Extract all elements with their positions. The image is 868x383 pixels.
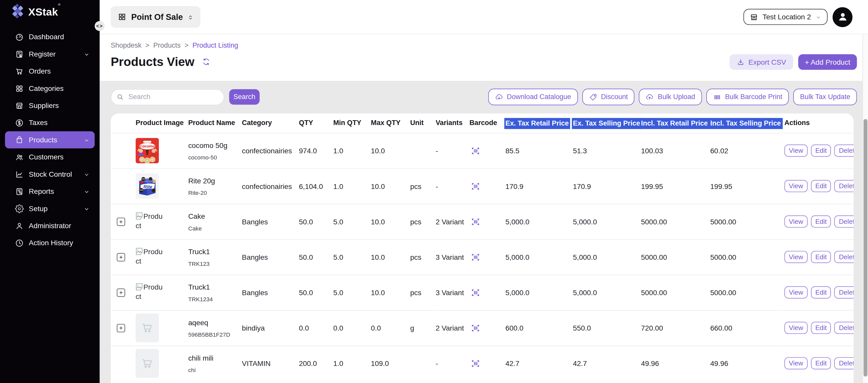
column-header-max_qty[interactable]: Max QTY xyxy=(371,114,410,133)
cell-incl_tax_retail: 720.00 xyxy=(641,310,710,346)
sidebar-collapse-toggle[interactable]: <> xyxy=(95,21,104,31)
products-table: Product ImageProduct NameCategoryQTYMin … xyxy=(111,114,854,381)
cell-barcode xyxy=(469,168,505,204)
column-header-ex_tax_retail[interactable]: Ex. Tax Retail Price xyxy=(505,114,573,133)
sidebar-item-orders[interactable]: Orders xyxy=(5,63,95,80)
column-header-barcode[interactable]: Barcode xyxy=(469,114,505,133)
edit-button[interactable]: Edit xyxy=(811,286,831,298)
column-header-variants[interactable]: Variants xyxy=(436,114,469,133)
view-button[interactable]: View xyxy=(784,357,808,370)
sidebar-item-reports[interactable]: Reports xyxy=(5,183,95,200)
sidebar-item-action-history[interactable]: Action History xyxy=(5,234,95,252)
breadcrumb-separator: > xyxy=(185,41,189,49)
breadcrumb-shopdesk[interactable]: Shopdesk xyxy=(111,41,142,49)
search-button[interactable]: Search xyxy=(229,89,260,105)
breadcrumb-products[interactable]: Products xyxy=(153,41,181,49)
column-header-incl_tax_selling[interactable]: Incl. Tax Selling Price xyxy=(710,114,780,133)
edit-button[interactable]: Edit xyxy=(811,357,831,370)
delete-button[interactable]: Delete xyxy=(834,251,854,263)
product-sku: TRK123 xyxy=(188,260,242,267)
edit-button[interactable]: Edit xyxy=(811,251,831,263)
user-avatar[interactable] xyxy=(833,7,852,27)
column-header-incl_tax_retail[interactable]: Incl. Tax Retail Price xyxy=(641,114,710,133)
discount-button[interactable]: Discount xyxy=(582,89,634,105)
barcode-icon-button[interactable] xyxy=(469,358,482,369)
sidebar-item-setup[interactable]: Setup xyxy=(5,200,95,217)
sidebar-item-register[interactable]: Register xyxy=(5,45,95,62)
column-header-min_qty[interactable]: Min QTY xyxy=(333,114,371,133)
view-button[interactable]: View xyxy=(784,322,808,334)
vertical-scrollbar[interactable] xyxy=(862,35,868,383)
grid-icon xyxy=(15,84,24,93)
barcode-icon-button[interactable] xyxy=(469,216,482,227)
barcode-icon-button[interactable] xyxy=(469,145,482,156)
cell-max_qty: 10.0 xyxy=(371,168,410,204)
broken-product-image: Product xyxy=(136,247,164,266)
column-header-ex_tax_selling[interactable]: Ex. Tax Selling Price xyxy=(573,114,641,133)
sidebar-item-suppliers[interactable]: Suppliers xyxy=(5,97,95,114)
view-button[interactable]: View xyxy=(784,180,808,192)
main-area: Point Of Sale Test Location 2 xyxy=(99,0,868,383)
scrollbar-thumb[interactable] xyxy=(864,119,867,377)
barcode-icon-button[interactable] xyxy=(469,323,482,333)
trend-icon xyxy=(15,170,24,179)
view-button[interactable]: View xyxy=(784,286,808,298)
column-header-category[interactable]: Category xyxy=(242,114,299,133)
column-header-qty[interactable]: QTY xyxy=(299,114,333,133)
bulk-tax-update-button[interactable]: Bulk Tax Update xyxy=(794,89,857,105)
sidebar-item-administrator[interactable]: Administrator xyxy=(5,217,95,234)
expand-row-button[interactable]: + xyxy=(117,217,125,226)
barcode-icon-button[interactable] xyxy=(469,181,482,191)
cell-incl_tax_selling: 660.00 xyxy=(710,310,780,346)
expand-row-button[interactable]: + xyxy=(117,253,125,261)
view-button[interactable]: View xyxy=(784,251,808,263)
download-catalogue-button[interactable]: Download Catalogue xyxy=(488,89,578,105)
cell-min_qty: 5.0 xyxy=(333,204,371,239)
export-csv-button[interactable]: Export CSV xyxy=(730,54,793,70)
expand-row-button[interactable]: + xyxy=(117,324,125,332)
breadcrumb-product-listing[interactable]: Product Listing xyxy=(192,41,238,49)
column-header-actions[interactable]: Actions xyxy=(780,114,854,133)
delete-button[interactable]: Delete xyxy=(834,286,854,298)
view-button[interactable]: View xyxy=(784,215,808,228)
sidebar-item-taxes[interactable]: Taxes xyxy=(5,114,95,131)
location-selector[interactable]: Test Location 2 xyxy=(743,9,828,25)
sidebar-item-label: Register xyxy=(29,50,56,58)
refresh-button[interactable] xyxy=(202,58,211,66)
cell-variants: - xyxy=(436,133,469,168)
column-header-image[interactable]: Product Image xyxy=(136,114,188,133)
bulk-barcode-print-button[interactable]: Bulk Barcode Print xyxy=(706,89,789,105)
delete-button[interactable]: Delete xyxy=(834,215,854,228)
bulk-upload-button[interactable]: Bulk Upload xyxy=(639,89,702,105)
expand-row-button[interactable]: + xyxy=(117,288,125,297)
edit-button[interactable]: Edit xyxy=(811,215,831,228)
sidebar-item-stock-control[interactable]: Stock Control xyxy=(5,166,95,183)
barcode-scan-icon xyxy=(469,358,482,369)
sidebar-item-products[interactable]: Products xyxy=(5,131,95,148)
add-product-button[interactable]: + Add Product xyxy=(798,54,857,70)
column-header-name[interactable]: Product Name xyxy=(188,114,242,133)
page-title: Products View xyxy=(111,55,194,69)
edit-button[interactable]: Edit xyxy=(811,180,831,192)
barcode-icon-button[interactable] xyxy=(469,252,482,262)
tag-icon xyxy=(589,93,597,101)
delete-button[interactable]: Delete xyxy=(834,145,854,157)
cell-barcode xyxy=(469,275,505,310)
product-name: aqeeq xyxy=(188,318,242,326)
product-sku: cocomo-50 xyxy=(188,153,242,160)
edit-button[interactable]: Edit xyxy=(811,322,831,334)
view-button[interactable]: View xyxy=(784,145,808,157)
delete-button[interactable]: Delete xyxy=(834,180,854,192)
app-switcher-button[interactable]: Point Of Sale xyxy=(111,6,200,28)
delete-button[interactable]: Delete xyxy=(834,357,854,370)
discount-label: Discount xyxy=(601,93,628,100)
sidebar-item-dashboard[interactable]: Dashboard xyxy=(5,28,95,45)
delete-button[interactable]: Delete xyxy=(834,322,854,334)
search-input[interactable] xyxy=(111,89,224,105)
edit-button[interactable]: Edit xyxy=(811,145,831,157)
column-header-unit[interactable]: Unit xyxy=(410,114,436,133)
sidebar-item-customers[interactable]: Customers xyxy=(5,148,95,166)
barcode-icon-button[interactable] xyxy=(469,287,482,298)
sidebar-item-categories[interactable]: Categories xyxy=(5,80,95,97)
cell-ex_tax_selling: 170.9 xyxy=(573,168,641,204)
